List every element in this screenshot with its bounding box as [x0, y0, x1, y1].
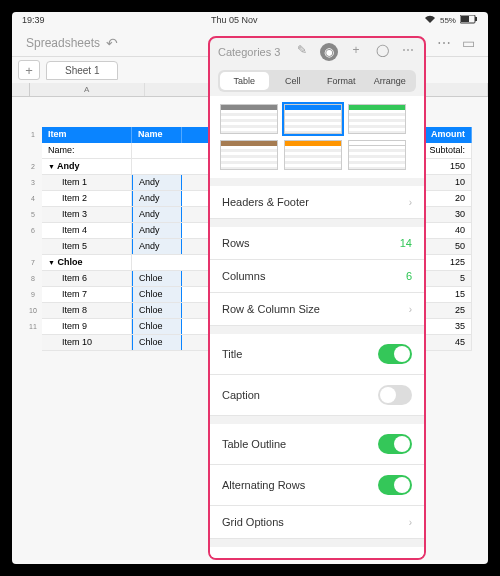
share-icon[interactable]: ◯: [374, 43, 390, 61]
th-item[interactable]: Item: [42, 127, 132, 143]
title-toggle-row: Title: [210, 334, 424, 375]
font-value: Helvetica Neue: [328, 557, 403, 560]
status-bar: 19:39 Thu 05 Nov 55%: [12, 12, 488, 29]
row-labels: 1 2 3 4 5 6 7 8 9 10 11: [26, 127, 40, 335]
tools-icon[interactable]: ✎: [294, 43, 310, 61]
status-time: 19:39: [22, 15, 45, 26]
tab-cell[interactable]: Cell: [269, 72, 318, 90]
panel-title: Categories 3: [218, 46, 280, 58]
wifi-icon: [424, 15, 436, 26]
caption-toggle-row: Caption: [210, 375, 424, 416]
chevron-right-icon: ›: [409, 304, 412, 315]
table-font-row[interactable]: Table Font Helvetica Neue ›: [210, 547, 424, 560]
tab-arrange[interactable]: Arrange: [366, 72, 415, 90]
row-col-size-row[interactable]: Row & Column Size ›: [210, 293, 424, 326]
style-brown[interactable]: [220, 140, 278, 170]
add-sheet-button[interactable]: +: [18, 60, 40, 80]
altrows-toggle-row: Alternating Rows: [210, 465, 424, 506]
panel-tabs: Table Cell Format Arrange: [218, 70, 416, 92]
headers-footer-row[interactable]: Headers & Footer ›: [210, 186, 424, 219]
more-icon[interactable]: ⋯: [432, 31, 456, 55]
back-button[interactable]: Spreadsheets: [26, 36, 100, 50]
chevron-right-icon: ›: [409, 197, 412, 208]
altrows-toggle[interactable]: [378, 475, 412, 495]
outline-toggle-row: Table Outline: [210, 424, 424, 465]
style-orange[interactable]: [284, 140, 342, 170]
panel-icon[interactable]: ▭: [456, 31, 480, 55]
status-date: Thu 05 Nov: [211, 15, 258, 26]
add-icon[interactable]: +: [348, 43, 364, 61]
outline-toggle[interactable]: [378, 434, 412, 454]
battery-pct: 55%: [440, 16, 456, 25]
caption-toggle[interactable]: [378, 385, 412, 405]
battery-icon: [460, 15, 478, 26]
svg-rect-1: [461, 16, 469, 22]
undo-icon[interactable]: ↶: [100, 31, 124, 55]
table-styles: [210, 96, 424, 178]
columns-value: 6: [406, 270, 412, 282]
ellipsis-icon[interactable]: ⋯: [400, 43, 416, 61]
style-blue[interactable]: [284, 104, 342, 134]
style-gray[interactable]: [220, 104, 278, 134]
format-panel: Categories 3 ✎ ◉ + ◯ ⋯ Table Cell Format…: [208, 36, 426, 560]
chevron-right-icon: ›: [409, 558, 412, 561]
columns-row[interactable]: Columns 6: [210, 260, 424, 293]
tab-format[interactable]: Format: [317, 72, 366, 90]
panel-toolbar: Categories 3 ✎ ◉ + ◯ ⋯: [210, 38, 424, 66]
brush-icon[interactable]: ◉: [320, 43, 338, 61]
svg-rect-2: [475, 17, 477, 21]
grid-options-row[interactable]: Grid Options ›: [210, 506, 424, 539]
col-a[interactable]: A: [30, 83, 145, 96]
tab-table[interactable]: Table: [220, 72, 269, 90]
style-green[interactable]: [348, 104, 406, 134]
title-toggle[interactable]: [378, 344, 412, 364]
chevron-right-icon: ›: [409, 517, 412, 528]
rows-value: 14: [400, 237, 412, 249]
sheet-tab[interactable]: Sheet 1: [46, 61, 118, 80]
style-plain[interactable]: [348, 140, 406, 170]
th-name[interactable]: Name: [132, 127, 182, 143]
rows-row[interactable]: Rows 14: [210, 227, 424, 260]
